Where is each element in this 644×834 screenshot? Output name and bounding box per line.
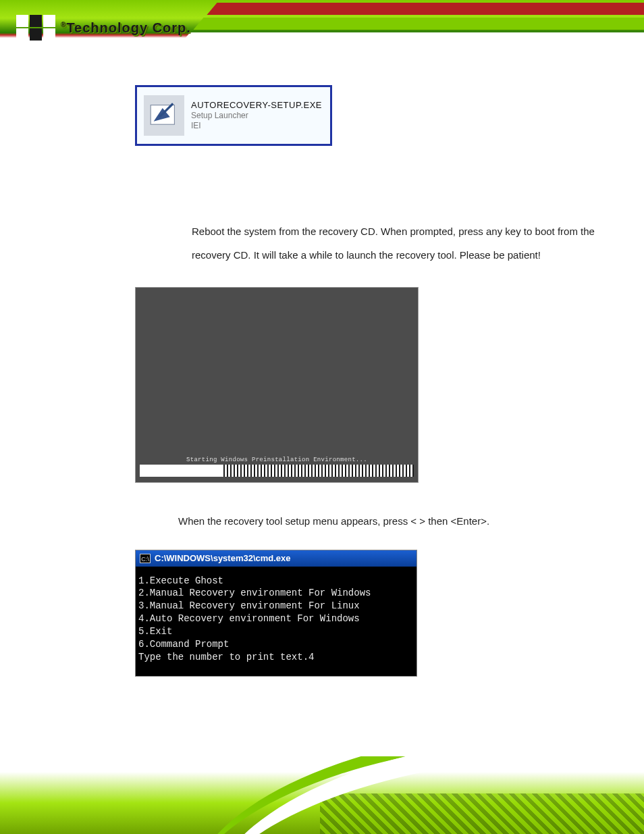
cmd-line: 5.Exit	[138, 626, 172, 637]
cmd-titlebar: C:\ C:\WINDOWS\system32\cmd.exe	[136, 550, 417, 567]
header-banner: ®Technology Corp.	[0, 0, 644, 73]
cmd-line: 6.Command Prompt	[138, 639, 229, 650]
banner-stripes	[171, 0, 644, 73]
logo-icon	[16, 15, 55, 41]
setup-filename: AUTORECOVERY-SETUP.EXE	[191, 100, 322, 111]
boot-screenshot: Starting Windows Preinstallation Environ…	[135, 287, 419, 483]
setup-launcher-figure: AUTORECOVERY-SETUP.EXE Setup Launcher IE…	[135, 85, 332, 146]
step-9-text: When the recovery tool setup menu appear…	[178, 510, 603, 533]
cmd-screenshot: C:\ C:\WINDOWS\system32\cmd.exe 1.Execut…	[135, 550, 417, 677]
cmd-line: 4.Auto Recovery environment For Windows	[138, 613, 360, 624]
cmd-line: Type the number to print text.4	[138, 652, 314, 662]
footer-swoop-white	[196, 756, 644, 834]
brand-name: Technology Corp.	[66, 20, 191, 35]
cmd-line: 1.Execute Ghost	[138, 575, 223, 586]
cmd-title-icon: C:\	[140, 554, 151, 563]
cmd-line: 3.Manual Recovery environment For Linux	[138, 600, 360, 611]
brand-text: ®Technology Corp.	[61, 20, 191, 36]
setup-subtitle-2: IEI	[191, 121, 322, 131]
cmd-body: 1.Execute Ghost 2.Manual Recovery enviro…	[136, 567, 417, 676]
cmd-title-path: C:\WINDOWS\system32\cmd.exe	[155, 553, 291, 563]
cmd-line: 2.Manual Recovery environment For Window…	[138, 588, 371, 598]
brand-logo: ®Technology Corp.	[16, 15, 191, 41]
setup-subtitle-1: Setup Launcher	[191, 111, 322, 121]
boot-message: Starting Windows Preinstallation Environ…	[136, 457, 418, 463]
footer-banner	[0, 756, 644, 834]
boot-progress-ticks	[223, 465, 414, 477]
step-8-text: Reboot the system from the recovery CD. …	[192, 220, 603, 267]
setup-launcher-text: AUTORECOVERY-SETUP.EXE Setup Launcher IE…	[191, 100, 322, 131]
installer-icon	[144, 95, 184, 136]
